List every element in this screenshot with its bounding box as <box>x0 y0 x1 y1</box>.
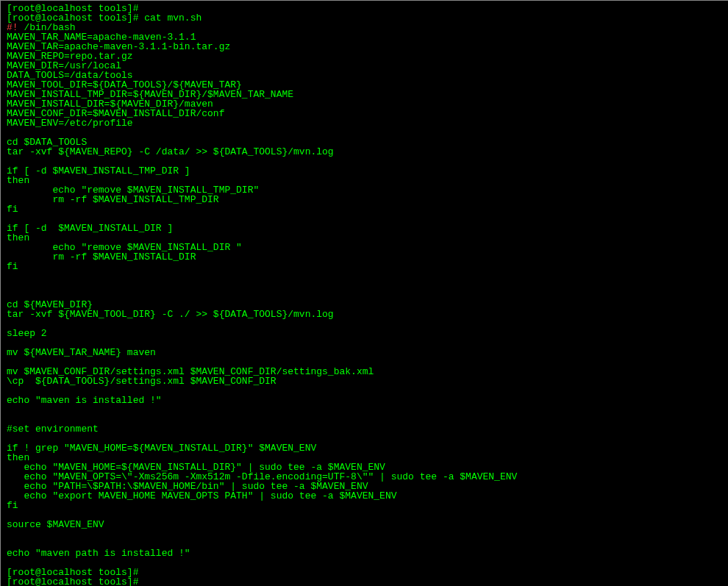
command-text: cat mvn.sh <box>138 12 201 24</box>
script-line: tar -xvf ${MAVEN_TOOL_DIR} -C ./ >> ${DA… <box>7 309 334 320</box>
script-line: if ! grep "MAVEN_HOME=${MAVEN_INSTALL_DI… <box>7 443 316 454</box>
script-line: echo "export MAVEN_HOME MAVEN_OPTS PATH"… <box>7 490 397 501</box>
script-line: if [ -d $MAVEN_INSTALL_TMP_DIR ] <box>7 165 190 176</box>
script-line: sleep 2 <box>7 328 47 339</box>
terminal-window[interactable]: [root@localhost tools]# [root@localhost … <box>0 0 728 586</box>
script-line: fi <box>7 261 18 272</box>
script-line: echo "maven path is installed !" <box>7 548 190 559</box>
prompt-line: [root@localhost tools]# <box>7 576 138 586</box>
script-line: MAVEN_ENV=/etc/profile <box>7 118 133 129</box>
script-line: echo "maven is installed !" <box>7 395 162 406</box>
script-line: source $MAVEN_ENV <box>7 519 104 530</box>
script-line: fi <box>7 500 18 511</box>
script-line: #set environment <box>7 424 99 435</box>
script-line: \cp ${DATA_TOOLS}/settings.xml $MAVEN_CO… <box>7 376 276 387</box>
script-line: if [ -d $MAVEN_INSTALL_DIR ] <box>7 223 173 234</box>
script-line: rm -rf $MAVEN_INSTALL_TMP_DIR <box>7 194 219 205</box>
script-line: fi <box>7 204 18 215</box>
script-line: tar -xvf ${MAVEN_REPO} -C /data/ >> ${DA… <box>7 146 334 157</box>
script-line: rm -rf $MAVEN_INSTALL_DIR <box>7 251 196 262</box>
script-line: mv ${MAVEN_TAR_NAME} maven <box>7 347 156 358</box>
